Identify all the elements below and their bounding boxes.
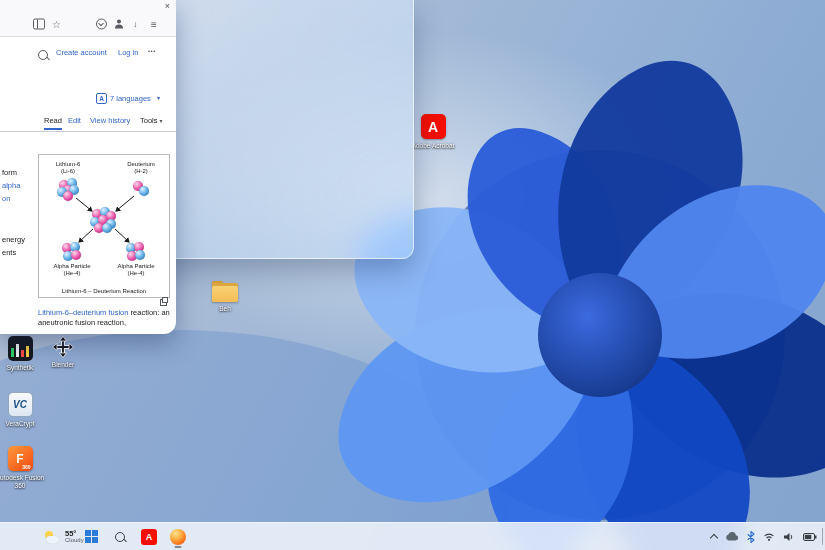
veracrypt-glyph: VC <box>13 399 27 410</box>
bar <box>21 350 24 357</box>
label-li6: Lithium-6 <box>56 161 81 167</box>
tab-edit[interactable]: Edit <box>68 116 81 125</box>
weather-widget[interactable]: 55° Cloudy <box>44 523 84 550</box>
bar <box>11 348 14 357</box>
more-menu-icon[interactable]: ••• <box>148 48 156 54</box>
reaction-figure[interactable]: Lithium-6 (Li-6) Deuterium (H-2) <box>38 154 170 298</box>
search-button[interactable] <box>109 526 131 548</box>
sidebar-icon[interactable] <box>33 19 45 30</box>
desktop-icon-veracrypt[interactable]: VC VeraCrypt <box>0 392 49 428</box>
open-app-indicator <box>175 546 182 548</box>
veracrypt-icon: VC <box>8 392 33 417</box>
desktop-icon-label: Autodesk Fusion 360 <box>0 474 47 489</box>
cloud-icon <box>46 536 59 543</box>
bar <box>26 346 29 357</box>
atom-clusters <box>57 178 149 261</box>
close-icon[interactable]: × <box>165 0 170 12</box>
bluetooth-icon[interactable] <box>747 531 755 543</box>
search-icon[interactable] <box>38 50 48 60</box>
equalizer-icon <box>8 336 33 361</box>
browser-toolbar: ☆ ↓ ≡ <box>0 12 176 37</box>
languages-icon[interactable]: A <box>96 93 107 104</box>
create-account-link[interactable]: Create account <box>56 48 107 57</box>
account-icon[interactable] <box>114 20 123 29</box>
fusion-360-icon: F 360 <box>8 446 33 471</box>
acrobat-glyph: A <box>428 119 438 135</box>
label-he4-right-sym: (He-4) <box>127 270 144 276</box>
frosted-glass-window[interactable] <box>150 0 414 259</box>
label-he4-left-sym: (He-4) <box>63 270 80 276</box>
tab-read[interactable]: Read <box>44 116 62 130</box>
system-tray <box>711 523 817 550</box>
volume-icon[interactable] <box>783 532 795 542</box>
desktop-icon-label: Blender <box>52 361 74 369</box>
tab-tools[interactable]: Tools ▾ <box>140 116 163 125</box>
enlarge-icon[interactable] <box>160 297 168 305</box>
toc-fragment: ents <box>2 248 16 257</box>
label-he4-right: Alpha Particle <box>117 263 155 269</box>
fusion-diagram: Lithium-6 (Li-6) Deuterium (H-2) <box>42 158 166 282</box>
figure-caption: Lithium-6–deuterium fusion reaction: an … <box>38 308 172 334</box>
wifi-icon[interactable] <box>763 532 775 541</box>
toc-fragment: energy <box>2 235 25 244</box>
desktop-screen: A Adobe Acrobat Beh Synthetik Blender VC… <box>0 0 825 550</box>
battery-icon[interactable] <box>803 533 817 541</box>
folder-icon <box>212 281 238 302</box>
firefox-icon <box>170 529 186 545</box>
windows-logo-icon <box>85 530 98 543</box>
desktop-icon-label: VeraCrypt <box>6 420 35 428</box>
label-li6-sym: (Li-6) <box>61 168 75 174</box>
bar <box>16 344 19 357</box>
languages-button[interactable]: 7 languages <box>110 94 151 103</box>
desktop-icon-label: Synthetik <box>7 364 34 372</box>
desktop-icon-blender[interactable]: Blender <box>34 336 92 369</box>
desktop-icon-label: Beh <box>219 305 231 313</box>
taskbar-pinned-apps: A <box>80 523 189 550</box>
log-in-link[interactable]: Log in <box>118 48 138 57</box>
toc-fragment[interactable]: on <box>2 194 10 203</box>
label-h2-sym: (H-2) <box>134 168 148 174</box>
tab-view-history[interactable]: View history <box>90 116 130 125</box>
bookmark-star-icon[interactable]: ☆ <box>52 19 61 30</box>
move-arrows-icon <box>52 336 74 358</box>
toc-fragment: form <box>2 168 17 177</box>
bloom-core <box>538 273 662 397</box>
desktop-icon-label: Adobe Acrobat <box>412 142 455 150</box>
figure-title: Lithium-6 – Deuterium Reaction <box>42 288 166 294</box>
label-he4-left: Alpha Particle <box>53 263 91 269</box>
tab-tools-label: Tools <box>140 116 158 125</box>
weather-icon <box>44 530 60 544</box>
onedrive-cloud-icon[interactable] <box>725 532 739 541</box>
label-h2: Deuterium <box>127 161 155 167</box>
article-tabs: Read Edit View history Tools ▾ <box>0 112 176 132</box>
chevron-down-icon: ▾ <box>157 94 160 101</box>
search-icon <box>115 532 125 542</box>
desktop-icon-fusion-360[interactable]: F 360 Autodesk Fusion 360 <box>0 446 49 489</box>
adobe-acrobat-icon: A <box>421 114 446 139</box>
start-button[interactable] <box>80 526 102 548</box>
toc-fragment[interactable]: alpha <box>2 181 20 190</box>
browser-titlebar[interactable]: × <box>0 0 176 12</box>
folder-front <box>212 286 238 302</box>
chevron-down-icon: ▾ <box>160 118 163 124</box>
chevron-up-icon[interactable] <box>710 534 718 542</box>
desktop-icon-folder[interactable]: Beh <box>196 281 254 313</box>
menu-icon[interactable]: ≡ <box>151 19 157 30</box>
pocket-icon[interactable] <box>96 19 107 30</box>
taskbar-acrobat[interactable]: A <box>138 526 160 548</box>
acrobat-icon: A <box>141 529 157 545</box>
browser-window: × ☆ ↓ ≡ Create account Log in ••• A 7 la… <box>0 0 176 334</box>
taskbar-firefox[interactable] <box>167 526 189 548</box>
taskbar: 55° Cloudy A <box>0 522 825 550</box>
fusion-360-sub: 360 <box>22 464 30 470</box>
caption-link[interactable]: Lithium-6–deuterium fusion <box>38 308 128 317</box>
download-icon[interactable]: ↓ <box>133 19 138 29</box>
